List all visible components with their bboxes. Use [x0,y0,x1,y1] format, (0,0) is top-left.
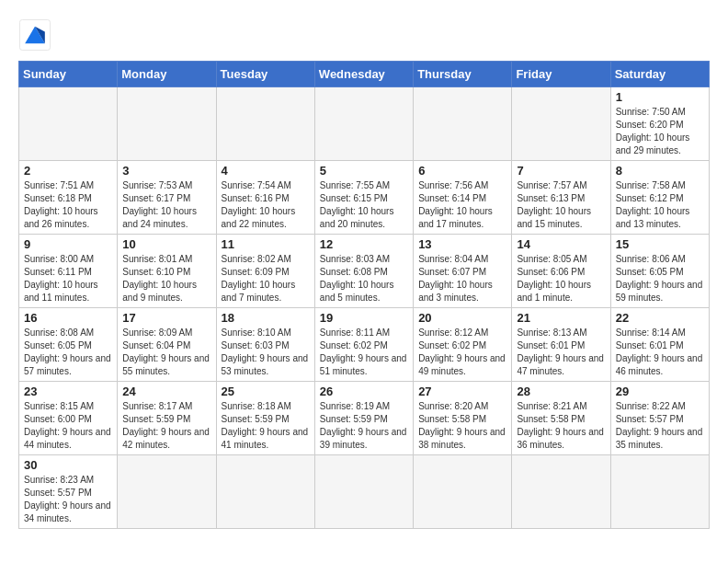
calendar-cell: 15Sunrise: 8:06 AM Sunset: 6:05 PM Dayli… [610,235,709,308]
day-number: 19 [320,311,408,325]
calendar-cell [610,455,709,529]
calendar-cell: 6Sunrise: 7:56 AM Sunset: 6:14 PM Daylig… [414,161,512,235]
day-info: Sunrise: 8:23 AM Sunset: 5:57 PM Dayligh… [24,474,112,525]
day-info: Sunrise: 8:03 AM Sunset: 6:08 PM Dayligh… [320,253,408,304]
day-info: Sunrise: 7:53 AM Sunset: 6:17 PM Dayligh… [122,179,210,231]
day-info: Sunrise: 8:19 AM Sunset: 5:59 PM Dayligh… [320,400,408,452]
logo [18,18,53,52]
day-number: 6 [418,164,506,178]
calendar-cell [314,455,413,529]
calendar-cell: 23Sunrise: 8:15 AM Sunset: 6:00 PM Dayli… [19,382,118,455]
calendar-cell: 7Sunrise: 7:57 AM Sunset: 6:13 PM Daylig… [512,161,610,235]
day-info: Sunrise: 8:18 AM Sunset: 5:59 PM Dayligh… [222,400,310,452]
calendar-cell: 11Sunrise: 8:02 AM Sunset: 6:09 PM Dayli… [216,235,314,308]
day-number: 30 [24,458,112,472]
day-number: 20 [418,311,506,325]
day-number: 11 [222,237,310,251]
day-info: Sunrise: 8:06 AM Sunset: 6:05 PM Dayligh… [616,253,704,304]
generalblue-icon [18,18,51,52]
calendar-cell: 29Sunrise: 8:22 AM Sunset: 5:57 PM Dayli… [610,382,709,455]
day-info: Sunrise: 8:10 AM Sunset: 6:03 PM Dayligh… [222,327,310,378]
weekday-sunday: Sunday [19,62,118,87]
day-info: Sunrise: 7:54 AM Sunset: 6:16 PM Dayligh… [222,179,310,231]
calendar-cell: 19Sunrise: 8:11 AM Sunset: 6:02 PM Dayli… [314,308,413,382]
day-number: 3 [122,164,210,178]
day-number: 25 [222,385,310,398]
calendar-cell: 10Sunrise: 8:01 AM Sunset: 6:10 PM Dayli… [118,235,216,308]
weekday-friday: Friday [512,62,610,87]
day-info: Sunrise: 8:21 AM Sunset: 5:58 PM Dayligh… [517,400,605,452]
week-row-2: 9Sunrise: 8:00 AM Sunset: 6:11 PM Daylig… [19,235,710,308]
day-number: 21 [517,311,605,325]
week-row-0: 1Sunrise: 7:50 AM Sunset: 6:20 PM Daylig… [19,87,710,161]
day-info: Sunrise: 8:15 AM Sunset: 6:00 PM Dayligh… [24,400,112,452]
weekday-tuesday: Tuesday [216,62,314,87]
calendar-cell [512,455,610,529]
day-info: Sunrise: 8:01 AM Sunset: 6:10 PM Dayligh… [122,253,210,304]
day-info: Sunrise: 8:05 AM Sunset: 6:06 PM Dayligh… [517,253,605,304]
day-info: Sunrise: 7:57 AM Sunset: 6:13 PM Dayligh… [517,179,605,231]
calendar-cell: 26Sunrise: 8:19 AM Sunset: 5:59 PM Dayli… [314,382,413,455]
day-info: Sunrise: 8:13 AM Sunset: 6:01 PM Dayligh… [517,327,605,378]
calendar-cell: 24Sunrise: 8:17 AM Sunset: 5:59 PM Dayli… [118,382,216,455]
calendar-cell: 1Sunrise: 7:50 AM Sunset: 6:20 PM Daylig… [610,87,709,161]
calendar-cell [314,87,413,161]
weekday-thursday: Thursday [414,62,512,87]
calendar-cell: 28Sunrise: 8:21 AM Sunset: 5:58 PM Dayli… [512,382,610,455]
calendar-cell: 27Sunrise: 8:20 AM Sunset: 5:58 PM Dayli… [414,382,512,455]
calendar-cell [216,87,314,161]
weekday-wednesday: Wednesday [314,62,413,87]
day-number: 26 [320,385,408,398]
day-number: 5 [320,164,408,178]
calendar-cell: 13Sunrise: 8:04 AM Sunset: 6:07 PM Dayli… [414,235,512,308]
day-number: 4 [222,164,310,178]
day-number: 8 [616,164,704,178]
week-row-5: 30Sunrise: 8:23 AM Sunset: 5:57 PM Dayli… [19,455,710,529]
day-number: 18 [222,311,310,325]
calendar-cell: 5Sunrise: 7:55 AM Sunset: 6:15 PM Daylig… [314,161,413,235]
day-info: Sunrise: 8:04 AM Sunset: 6:07 PM Dayligh… [418,253,506,304]
day-info: Sunrise: 7:55 AM Sunset: 6:15 PM Dayligh… [320,179,408,231]
day-info: Sunrise: 8:11 AM Sunset: 6:02 PM Dayligh… [320,327,408,378]
day-info: Sunrise: 8:00 AM Sunset: 6:11 PM Dayligh… [24,253,112,304]
day-number: 9 [24,237,112,251]
calendar-cell: 4Sunrise: 7:54 AM Sunset: 6:16 PM Daylig… [216,161,314,235]
weekday-monday: Monday [118,62,216,87]
day-info: Sunrise: 8:14 AM Sunset: 6:01 PM Dayligh… [616,327,704,378]
weekday-saturday: Saturday [610,62,709,87]
day-info: Sunrise: 8:02 AM Sunset: 6:09 PM Dayligh… [222,253,310,304]
calendar-cell [414,455,512,529]
calendar-cell [118,87,216,161]
calendar-cell: 16Sunrise: 8:08 AM Sunset: 6:05 PM Dayli… [19,308,118,382]
calendar-cell: 9Sunrise: 8:00 AM Sunset: 6:11 PM Daylig… [19,235,118,308]
day-number: 14 [517,237,605,251]
calendar-cell: 14Sunrise: 8:05 AM Sunset: 6:06 PM Dayli… [512,235,610,308]
calendar-cell [414,87,512,161]
day-info: Sunrise: 8:08 AM Sunset: 6:05 PM Dayligh… [24,327,112,378]
day-number: 23 [24,385,112,398]
page: SundayMondayTuesdayWednesdayThursdayFrid… [0,0,728,544]
day-number: 2 [24,164,112,178]
day-number: 24 [122,385,210,398]
calendar-cell: 30Sunrise: 8:23 AM Sunset: 5:57 PM Dayli… [19,455,118,529]
calendar-cell [118,455,216,529]
day-number: 27 [418,385,506,398]
calendar-cell: 2Sunrise: 7:51 AM Sunset: 6:18 PM Daylig… [19,161,118,235]
calendar-table: SundayMondayTuesdayWednesdayThursdayFrid… [18,61,710,529]
day-number: 29 [616,385,704,398]
week-row-4: 23Sunrise: 8:15 AM Sunset: 6:00 PM Dayli… [19,382,710,455]
day-number: 7 [517,164,605,178]
day-number: 13 [418,237,506,251]
day-info: Sunrise: 8:12 AM Sunset: 6:02 PM Dayligh… [418,327,506,378]
day-info: Sunrise: 7:51 AM Sunset: 6:18 PM Dayligh… [24,179,112,231]
day-info: Sunrise: 7:58 AM Sunset: 6:12 PM Dayligh… [616,179,704,231]
day-info: Sunrise: 8:17 AM Sunset: 5:59 PM Dayligh… [122,400,210,452]
calendar-cell: 25Sunrise: 8:18 AM Sunset: 5:59 PM Dayli… [216,382,314,455]
calendar-cell: 20Sunrise: 8:12 AM Sunset: 6:02 PM Dayli… [414,308,512,382]
day-info: Sunrise: 7:56 AM Sunset: 6:14 PM Dayligh… [418,179,506,231]
day-number: 16 [24,311,112,325]
calendar-cell: 8Sunrise: 7:58 AM Sunset: 6:12 PM Daylig… [610,161,709,235]
week-row-3: 16Sunrise: 8:08 AM Sunset: 6:05 PM Dayli… [19,308,710,382]
calendar-cell: 3Sunrise: 7:53 AM Sunset: 6:17 PM Daylig… [118,161,216,235]
day-number: 17 [122,311,210,325]
